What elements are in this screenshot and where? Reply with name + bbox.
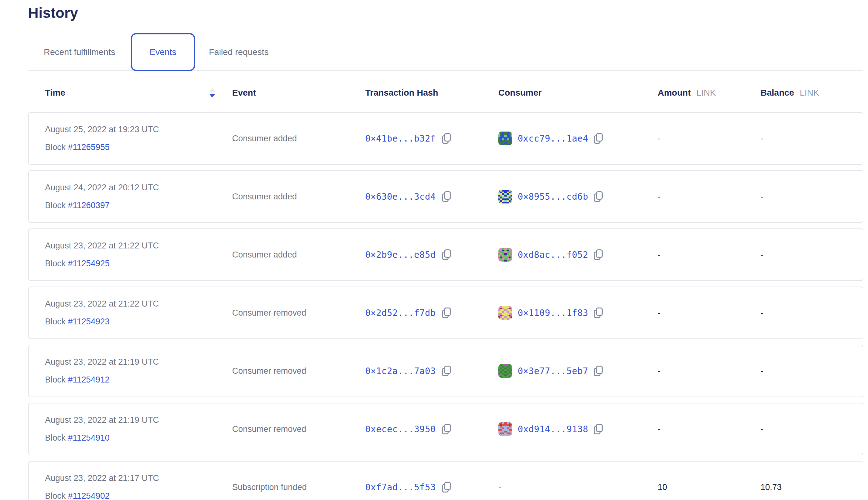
block-number-link[interactable]: #11254902 [68,491,110,500]
event-label: Consumer removed [232,424,306,434]
copy-icon[interactable] [593,365,603,377]
consumer-address-link[interactable]: 0×1109...1f83 [518,308,589,318]
time-cell: August 25, 2022 at 19:23 UTC Block #1126… [45,125,232,152]
column-header-event: Event [232,88,365,98]
consumer-address-link[interactable]: 0×8955...cd6b [518,192,589,202]
block-line: Block #11254925 [45,259,232,269]
time-cell: August 23, 2022 at 21:19 UTC Block #1125… [45,357,232,385]
copy-icon[interactable] [593,423,603,435]
tx-cell: 0xecec...3950 [365,423,498,435]
consumer-address-link[interactable]: 0xd914...9138 [518,424,589,434]
tx-hash-link[interactable]: 0×2d52...f7db [365,308,436,318]
tab-events[interactable]: Events [131,33,195,71]
event-cell: Consumer removed [232,366,365,376]
block-number-link[interactable]: #11254912 [68,375,110,384]
table-row: August 24, 2022 at 20:12 UTC Block #1126… [28,170,863,223]
sort-down-triangle [209,94,215,98]
amount-value: - [658,192,761,202]
tx-hash-link[interactable]: 0×630e...3cd4 [365,192,436,202]
event-cell: Consumer removed [232,308,365,318]
event-cell: Consumer added [232,250,365,260]
table-row: August 25, 2022 at 19:23 UTC Block #1126… [28,112,863,165]
block-number-link[interactable]: #11260397 [68,201,110,210]
copy-icon[interactable] [593,249,603,261]
tx-hash-link[interactable]: 0×2b9e...e85d [365,250,436,260]
consumer-cell: 0xcc79...1ae4 [498,132,658,145]
event-cell: Consumer added [232,192,365,202]
amount-value: - [658,250,761,260]
amount-header-label: Amount [658,88,691,98]
row-timestamp: August 23, 2022 at 21:22 UTC [45,299,232,309]
row-timestamp: August 23, 2022 at 21:22 UTC [45,241,232,251]
row-timestamp: August 23, 2022 at 21:17 UTC [45,474,232,483]
copy-icon[interactable] [593,191,603,203]
tab-recent-fulfillments[interactable]: Recent fulfillments [28,33,131,71]
copy-icon[interactable] [441,307,452,319]
tx-cell: 0xf7ad...5f53 [365,481,498,493]
column-header-balance: Balance LINK [761,88,863,98]
row-timestamp: August 24, 2022 at 20:12 UTC [45,183,232,193]
copy-icon[interactable] [441,365,452,377]
tx-hash-link[interactable]: 0×41be...b32f [365,134,436,144]
block-label: Block [45,433,66,443]
tab-label: Events [150,47,176,57]
consumer-avatar-icon [498,248,512,262]
tx-hash-link[interactable]: 0×1c2a...7a03 [365,366,436,376]
tx-cell: 0×2b9e...e85d [365,249,498,261]
tx-cell: 0×2d52...f7db [365,307,498,319]
copy-icon[interactable] [441,191,452,203]
tab-failed-requests[interactable]: Failed requests [195,33,284,71]
row-timestamp: August 25, 2022 at 19:23 UTC [45,125,232,134]
copy-icon[interactable] [593,133,603,144]
column-header-time[interactable]: Time [45,88,232,98]
tab-label: Recent fulfillments [44,47,115,57]
consumer-address-link[interactable]: 0xcc79...1ae4 [518,134,589,144]
event-label: Consumer added [232,192,297,201]
block-number-link[interactable]: #11254910 [68,433,110,443]
table-row: August 23, 2022 at 21:22 UTC Block #1125… [28,286,863,339]
block-line: Block #11254923 [45,317,232,327]
tab-label: Failed requests [209,47,269,57]
copy-icon[interactable] [441,481,452,493]
balance-value: - [761,366,863,376]
table-row: August 23, 2022 at 21:22 UTC Block #1125… [28,228,863,281]
amount-value: - [658,308,761,318]
balance-header-label: Balance [761,88,794,98]
consumer-cell: 0xd914...9138 [498,422,658,436]
tx-cell: 0×630e...3cd4 [365,191,498,203]
block-line: Block #11260397 [45,201,232,210]
column-header-consumer: Consumer [498,88,658,98]
consumer-address-link[interactable]: 0xd8ac...f052 [518,250,589,260]
copy-icon[interactable] [441,133,452,144]
page-title: History [28,4,863,21]
column-header-time-label: Time [45,88,65,98]
consumer-address-link[interactable]: - [498,482,502,492]
event-label: Consumer removed [232,308,306,318]
block-number-link[interactable]: #11254923 [68,317,110,326]
block-number-link[interactable]: #11265955 [68,143,110,152]
sort-icon[interactable] [209,88,216,98]
table-header: Time Event Transaction Hash Consumer Amo… [28,71,863,112]
consumer-address-link[interactable]: 0×3e77...5eb7 [518,366,589,376]
amount-value: - [658,366,761,376]
copy-icon[interactable] [593,307,603,319]
balance-value: - [761,134,863,144]
tx-hash-link[interactable]: 0xf7ad...5f53 [365,482,436,492]
copy-icon[interactable] [441,249,452,261]
amount-unit-label: LINK [696,88,716,98]
consumer-cell: 0×1109...1f83 [498,306,658,320]
amount-value: - [658,424,761,434]
block-number-link[interactable]: #11254925 [68,259,110,268]
block-line: Block #11254902 [45,491,232,500]
tx-hash-link[interactable]: 0xecec...3950 [365,424,436,434]
copy-icon[interactable] [441,423,452,435]
event-label: Consumer removed [232,366,306,376]
column-header-tx: Transaction Hash [365,88,498,98]
tx-cell: 0×41be...b32f [365,133,498,144]
block-line: Block #11265955 [45,143,232,152]
tx-cell: 0×1c2a...7a03 [365,365,498,377]
row-timestamp: August 23, 2022 at 21:19 UTC [45,357,232,367]
column-header-amount: Amount LINK [658,88,761,98]
consumer-cell: 0×8955...cd6b [498,190,658,203]
consumer-cell: 0×3e77...5eb7 [498,364,658,378]
